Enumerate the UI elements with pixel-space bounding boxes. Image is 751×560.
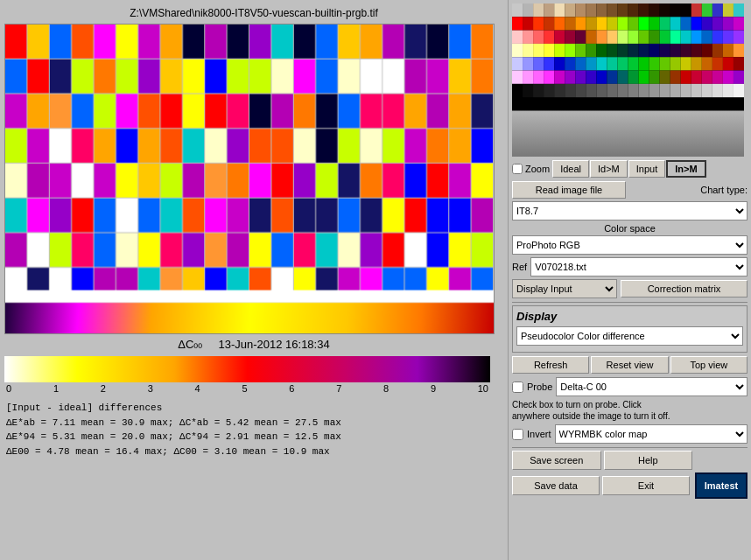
color-space-label: Color space xyxy=(512,223,747,234)
separator-1 xyxy=(512,302,747,303)
chart-type-row: IT8.7 xyxy=(512,201,747,220)
invert-row: Invert WYRMBK color map xyxy=(512,424,747,444)
stats-section: [Input - ideal] differences ΔE*ab = 7.11… xyxy=(4,396,503,463)
controls-area: Zoom Ideal Id>M Input In>M Read image fi… xyxy=(512,160,747,499)
heatmap-canvas xyxy=(5,24,494,333)
delta-label: ΔC₀₀ xyxy=(178,338,202,351)
display-section-title: Display xyxy=(516,310,743,323)
separator-2 xyxy=(512,447,747,448)
thumbnail-canvas xyxy=(512,4,744,157)
probe-checkbox[interactable] xyxy=(512,382,523,393)
display-section: Display Pseudocolor Color difference xyxy=(512,305,747,353)
probe-label: Probe xyxy=(527,382,552,392)
idm-button[interactable]: Id>M xyxy=(590,160,628,178)
exit-button[interactable]: Exit xyxy=(602,476,690,495)
delta-date: 13-Jun-2012 16:18:34 xyxy=(218,338,329,351)
colorbar-section: 0 1 2 3 4 5 6 7 8 9 10 xyxy=(4,354,503,396)
stats-header: [Input - ideal] differences xyxy=(6,401,502,416)
save-screen-button[interactable]: Save screen xyxy=(512,451,601,470)
ideal-button[interactable]: Ideal xyxy=(552,160,589,178)
refresh-button[interactable]: Refresh xyxy=(512,356,589,374)
chart-type-dropdown[interactable]: IT8.7 xyxy=(512,201,747,220)
ref-row: Ref V070218.txt xyxy=(512,257,747,276)
invert-label: Invert xyxy=(527,429,551,439)
inm-button[interactable]: In>M xyxy=(666,160,705,178)
colorbar-labels: 0 1 2 3 4 5 6 7 8 9 10 xyxy=(4,382,490,395)
color-space-row: ProPhoto RGB xyxy=(512,235,747,255)
right-panel: Zoom Ideal Id>M Input In>M Read image fi… xyxy=(508,0,751,560)
zoom-label: Zoom xyxy=(525,164,550,174)
ref-label: Ref xyxy=(512,262,527,272)
stats-line1: ΔE*ab = 7.11 mean = 30.9 max; ΔC*ab = 5.… xyxy=(6,416,502,430)
zoom-checkbox[interactable] xyxy=(512,164,523,174)
probe-hint: Check box to turn on probe. Clickanywher… xyxy=(512,399,747,422)
window-title: Z:\VMShared\nik8000-IT8V50-vuescan-built… xyxy=(4,4,503,24)
save-exit-row: Save data Exit Imatest xyxy=(512,472,747,499)
left-panel: Z:\VMShared\nik8000-IT8V50-vuescan-built… xyxy=(0,0,508,560)
probe-dropdown[interactable]: Delta-C 00 xyxy=(556,377,747,396)
colormap-dropdown[interactable]: WYRMBK color map xyxy=(555,424,747,444)
read-chart-row: Read image file Chart type: xyxy=(512,181,747,199)
help-button[interactable]: Help xyxy=(604,451,693,470)
probe-row: Probe Delta-C 00 xyxy=(512,377,747,396)
colorbar-canvas xyxy=(4,356,490,382)
zoom-row: Zoom Ideal Id>M Input In>M xyxy=(512,160,747,178)
color-space-dropdown[interactable]: ProPhoto RGB xyxy=(512,235,747,255)
display-dropdown[interactable]: Pseudocolor Color difference xyxy=(516,326,743,346)
display-dropdown-row: Pseudocolor Color difference xyxy=(516,326,743,346)
top-view-button[interactable]: Top view xyxy=(670,356,747,374)
delta-info: ΔC₀₀ 13-Jun-2012 16:18:34 xyxy=(4,334,503,354)
view-btn-group: Ideal Id>M Input In>M xyxy=(552,160,705,178)
heatmap-container xyxy=(4,24,495,334)
display-input-dropdown[interactable]: Display Input xyxy=(512,279,617,298)
stats-line2: ΔE*94 = 5.31 mean = 20.0 max; ΔC*94 = 2.… xyxy=(6,430,502,444)
reset-view-button[interactable]: Reset view xyxy=(591,356,668,374)
save-help-row: Save screen Help xyxy=(512,451,747,470)
read-image-file-button[interactable]: Read image file xyxy=(512,181,626,199)
correction-matrix-button[interactable]: Correction matrix xyxy=(621,280,747,298)
ref-dropdown[interactable]: V070218.txt xyxy=(530,257,747,276)
thumbnail-area xyxy=(512,4,744,157)
display-input-row: Display Input Correction matrix xyxy=(512,279,747,298)
save-data-button[interactable]: Save data xyxy=(512,476,600,495)
three-btn-row: Refresh Reset view Top view xyxy=(512,356,747,374)
stats-line3: ΔE00 = 4.78 mean = 16.4 max; ΔC00 = 3.10… xyxy=(6,444,502,459)
invert-checkbox[interactable] xyxy=(512,429,523,440)
imatest-label: Imatest xyxy=(705,480,739,491)
imatest-logo: Imatest xyxy=(695,472,747,499)
input-button[interactable]: Input xyxy=(628,160,665,178)
chart-type-label: Chart type: xyxy=(700,185,747,195)
